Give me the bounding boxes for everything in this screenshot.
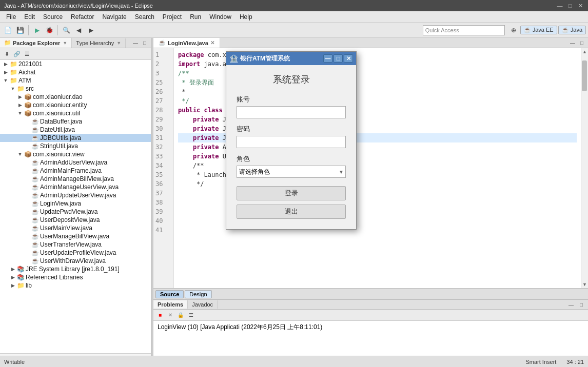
editor-minimize-btn[interactable]: —: [569, 39, 577, 47]
tree-item[interactable]: ☕UpdatePwdView.java: [0, 208, 151, 216]
menu-item-edit[interactable]: Edit: [20, 12, 39, 22]
back-btn[interactable]: ◀: [73, 25, 84, 36]
maximize-btn[interactable]: □: [566, 2, 574, 9]
console-menu-btn[interactable]: ☰: [186, 311, 195, 320]
editor-maximize-btn[interactable]: □: [578, 39, 586, 47]
search-btn[interactable]: 🔍: [61, 25, 72, 36]
tree-item[interactable]: ☕UserWithDrawView.java: [0, 257, 151, 265]
scroll-track[interactable]: [581, 55, 589, 281]
scroll-down-arrow[interactable]: ▼: [581, 281, 589, 288]
tree-item[interactable]: ☕DataBuffer.java: [0, 117, 151, 126]
tree-icon: ☕: [31, 142, 39, 150]
run-btn[interactable]: ▶: [31, 25, 43, 36]
tree-icon: ☕: [31, 118, 39, 125]
new-btn[interactable]: 📄: [2, 25, 13, 36]
menu-item-file[interactable]: File: [2, 12, 20, 22]
dialog-close-btn[interactable]: ✕: [344, 54, 353, 63]
stop-btn[interactable]: ✕: [166, 311, 175, 320]
minimize-btn[interactable]: —: [556, 2, 563, 9]
menu-item-help[interactable]: Help: [236, 12, 257, 22]
tab-package-explorer[interactable]: 📁 Package Explorer ▼: [0, 38, 72, 48]
design-tab-btn[interactable]: Design: [185, 290, 211, 298]
tree-item[interactable]: ☕UserTransferView.java: [0, 240, 151, 249]
tree-label: UpdatePwdView.java: [40, 208, 98, 215]
problems-tab[interactable]: Problems: [153, 300, 188, 309]
quick-access-input[interactable]: Quick Access: [423, 25, 505, 35]
package-explorer-menu[interactable]: ▼: [63, 40, 67, 46]
tree-container[interactable]: ▶📁2021001▶📁Aichat▼📁ATM▼📁src▶📦com.xiaoniu…: [0, 60, 151, 353]
tree-item[interactable]: ▶📦com.xiaoniucr.entity: [0, 101, 151, 109]
lock-scroll-btn[interactable]: 🔒: [176, 311, 185, 320]
tree-item[interactable]: ☕UserUpdateProfileView.java: [0, 249, 151, 257]
tree-item[interactable]: ▼📦com.xiaoniucr.util: [0, 109, 151, 117]
bottom-minimize-btn[interactable]: —: [566, 300, 576, 309]
password-input[interactable]: [237, 136, 346, 148]
tree-menu-btn[interactable]: ☰: [23, 49, 32, 58]
tree-item[interactable]: ☕UserMainView.java: [0, 224, 151, 232]
type-hierarchy-menu[interactable]: ▼: [116, 40, 121, 46]
tree-item[interactable]: ☕UserManageBillView.java: [0, 232, 151, 240]
java-ee-perspective[interactable]: ☕ Java EE: [520, 26, 557, 34]
tree-item[interactable]: ☕JDBCUtils.java: [0, 134, 151, 142]
account-input[interactable]: [237, 106, 346, 118]
tree-item[interactable]: ☕AdminAddUserView.java: [0, 158, 151, 167]
tree-item[interactable]: ☕AdminManageBillView.java: [0, 175, 151, 183]
editor-tab-close-btn[interactable]: ✕: [210, 40, 214, 46]
java-perspective[interactable]: ☕ Java: [558, 26, 586, 34]
source-tab-btn[interactable]: Source: [155, 290, 184, 298]
clear-console-btn[interactable]: ■: [155, 311, 165, 320]
scroll-up-arrow[interactable]: ▲: [581, 48, 589, 55]
tree-arrow: ▼: [9, 86, 16, 91]
referenced-libraries: [0, 353, 151, 356]
save-btn[interactable]: 💾: [14, 25, 26, 36]
bottom-panel-controls: — □: [566, 300, 588, 309]
tree-item[interactable]: ▼📁src: [0, 85, 151, 93]
tree-item[interactable]: ☕UserDepositView.java: [0, 216, 151, 224]
tree-item[interactable]: ☕StringUtil.java: [0, 142, 151, 150]
forward-btn[interactable]: ▶: [85, 25, 96, 36]
editor-tab-loginview[interactable]: ☕ LoginView.java ✕: [153, 38, 220, 48]
dialog-maximize-btn[interactable]: □: [334, 54, 343, 63]
tree-item[interactable]: ▶📦com.xiaoniucr.dao: [0, 93, 151, 101]
tree-item[interactable]: ▶📁2021001: [0, 60, 151, 68]
tree-item[interactable]: ☕AdminMainFrame.java: [0, 167, 151, 175]
tree-icon: 📁: [9, 60, 17, 68]
menu-item-source[interactable]: Source: [39, 12, 67, 22]
tree-item[interactable]: ▶📚JRE System Library [jre1.8.0_191]: [0, 265, 151, 273]
open-perspective-btn[interactable]: ⊕: [508, 25, 519, 36]
menu-item-search[interactable]: Search: [131, 12, 159, 22]
role-select[interactable]: 请选择角色 管理员 普通用户: [237, 166, 346, 178]
bottom-tabs: Problems Javadoc — □: [153, 300, 588, 310]
javadoc-tab[interactable]: Javadoc: [188, 300, 218, 309]
tab-type-hierarchy[interactable]: Type Hierarchy ▼: [72, 38, 126, 48]
menu-item-run[interactable]: Run: [186, 12, 205, 22]
login-button[interactable]: 登录: [237, 186, 346, 200]
exit-button[interactable]: 退出: [237, 205, 346, 219]
collapse-all-btn[interactable]: ⬇: [2, 49, 11, 58]
menu-item-refactor[interactable]: Refactor: [67, 12, 98, 22]
tree-item[interactable]: ▼📁ATM: [0, 76, 151, 85]
tree-item[interactable]: ▶📁Aichat: [0, 68, 151, 76]
menu-item-project[interactable]: Project: [159, 12, 186, 22]
link-editor-btn[interactable]: 🔗: [12, 49, 22, 58]
scroll-thumb[interactable]: [582, 60, 587, 91]
menu-item-navigate[interactable]: Navigate: [98, 12, 130, 22]
maximize-left-btn[interactable]: □: [141, 39, 149, 47]
tree-item[interactable]: ▶📚Referenced Libraries: [0, 273, 151, 281]
editor-vertical-scrollbar[interactable]: ▲ ▼: [581, 48, 588, 288]
menu-item-window[interactable]: Window: [205, 12, 236, 22]
tree-item[interactable]: ☕AdminUpdateUserView.java: [0, 191, 151, 199]
dialog-minimize-btn[interactable]: —: [323, 54, 332, 63]
tree-item[interactable]: ▼📦com.xiaoniucr.view: [0, 150, 151, 158]
debug-btn[interactable]: 🐞: [44, 25, 55, 36]
bottom-maximize-btn[interactable]: □: [577, 300, 586, 309]
line-number: 34: [155, 161, 171, 170]
tree-label: JRE System Library [jre1.8.0_191]: [26, 266, 120, 273]
line-number: 25: [155, 78, 171, 87]
tree-item[interactable]: ☕LoginView.java: [0, 199, 151, 208]
tree-item[interactable]: ☕DateUtil.java: [0, 126, 151, 134]
minimize-left-btn[interactable]: —: [131, 39, 140, 47]
tree-item[interactable]: ☕AdminManageUserView.java: [0, 183, 151, 191]
close-btn[interactable]: ✕: [577, 2, 584, 9]
tree-item[interactable]: ▶📁lib: [0, 281, 151, 290]
